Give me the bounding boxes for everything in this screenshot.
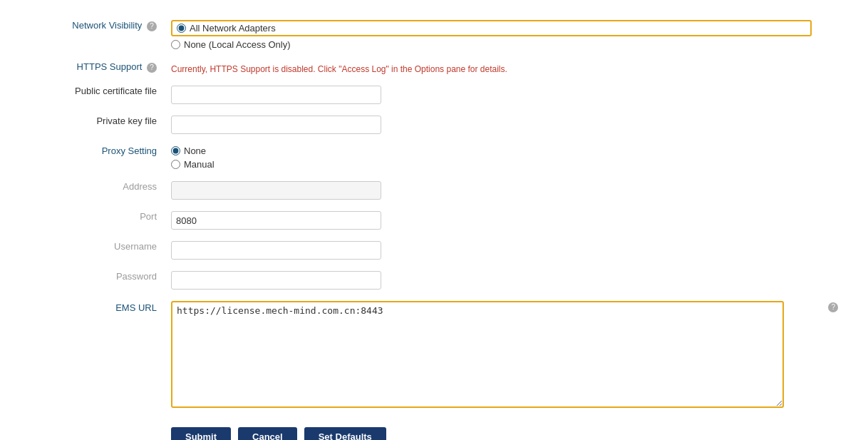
https-support-row: HTTPS Support ? Currently, HTTPS Support…	[21, 56, 847, 80]
username-cell	[164, 235, 819, 265]
https-support-label: HTTPS Support ?	[21, 56, 164, 80]
port-label: Port	[21, 205, 164, 235]
https-support-message-cell: Currently, HTTPS Support is disabled. Cl…	[164, 56, 819, 80]
network-visibility-radio-group: All Network Adapters None (Local Access …	[171, 20, 812, 50]
proxy-setting-row: Proxy Setting None Manual	[21, 140, 847, 175]
address-row: Address	[21, 175, 847, 205]
network-visibility-label: Network Visibility ?	[21, 14, 164, 56]
password-label: Password	[21, 265, 164, 295]
proxy-radio-group: None Manual	[171, 145, 812, 170]
private-key-row: Private key file	[21, 110, 847, 140]
port-input[interactable]	[171, 211, 381, 230]
ems-url-row: EMS URL https://license.mech-mind.com.cn…	[21, 295, 847, 416]
proxy-none-option[interactable]: None	[171, 145, 812, 156]
public-cert-label: Public certificate file	[21, 80, 164, 110]
password-input[interactable]	[171, 271, 381, 290]
proxy-none-radio[interactable]	[171, 146, 180, 155]
network-visibility-row: Network Visibility ? All Network Adapter…	[21, 14, 847, 56]
proxy-none-label: None	[184, 145, 206, 156]
https-support-help-icon[interactable]: ?	[147, 63, 157, 73]
username-row: Username	[21, 235, 847, 265]
all-adapters-label: All Network Adapters	[190, 23, 276, 34]
button-row: Submit Cancel Set Defaults	[21, 416, 847, 440]
ems-url-help-icon[interactable]: ?	[828, 302, 838, 312]
none-local-radio[interactable]	[171, 40, 180, 49]
https-disabled-message: Currently, HTTPS Support is disabled. Cl…	[171, 61, 812, 74]
network-visibility-help-icon[interactable]: ?	[147, 21, 157, 31]
all-adapters-option[interactable]: All Network Adapters	[171, 20, 812, 36]
ems-url-help-cell: ?	[819, 295, 847, 416]
proxy-setting-label: Proxy Setting	[21, 140, 164, 175]
username-input[interactable]	[171, 241, 381, 260]
ems-url-label: EMS URL	[21, 295, 164, 416]
submit-button[interactable]: Submit	[171, 427, 231, 440]
proxy-manual-label: Manual	[184, 159, 215, 170]
private-key-input[interactable]	[171, 116, 381, 134]
ems-url-cell: https://license.mech-mind.com.cn:8443	[164, 295, 819, 416]
address-label: Address	[21, 175, 164, 205]
public-cert-row: Public certificate file	[21, 80, 847, 110]
ems-url-textarea[interactable]: https://license.mech-mind.com.cn:8443	[171, 301, 784, 408]
private-key-cell	[164, 110, 819, 140]
public-cert-cell	[164, 80, 819, 110]
proxy-manual-option[interactable]: Manual	[171, 159, 812, 170]
public-cert-input[interactable]	[171, 86, 381, 104]
password-cell	[164, 265, 819, 295]
all-adapters-radio[interactable]	[177, 24, 186, 33]
address-cell	[164, 175, 819, 205]
port-cell	[164, 205, 819, 235]
cancel-button[interactable]: Cancel	[238, 427, 297, 440]
none-local-option[interactable]: None (Local Access Only)	[171, 39, 812, 50]
private-key-label: Private key file	[21, 110, 164, 140]
set-defaults-button[interactable]: Set Defaults	[304, 427, 386, 440]
proxy-manual-radio[interactable]	[171, 160, 180, 169]
network-visibility-controls: All Network Adapters None (Local Access …	[164, 14, 819, 56]
username-label: Username	[21, 235, 164, 265]
port-row: Port	[21, 205, 847, 235]
proxy-setting-controls: None Manual	[164, 140, 819, 175]
address-input[interactable]	[171, 181, 381, 200]
none-local-label: None (Local Access Only)	[184, 39, 291, 50]
password-row: Password	[21, 265, 847, 295]
